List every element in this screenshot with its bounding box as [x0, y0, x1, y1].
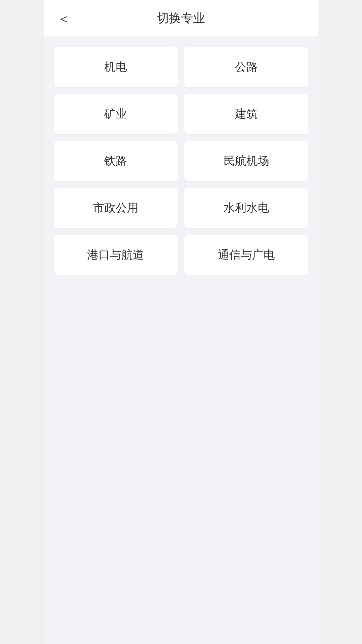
grid-item-shuili[interactable]: 水利水电 — [184, 188, 308, 228]
grid-item-label-shizhenggongyong: 市政公用 — [93, 200, 138, 216]
grid-item-kuangye[interactable]: 矿业 — [54, 94, 178, 134]
grid-item-gangkou[interactable]: 港口与航道 — [54, 235, 178, 275]
grid-item-label-gangkou: 港口与航道 — [87, 247, 144, 263]
grid-item-label-jidian: 机电 — [104, 59, 127, 75]
grid-item-label-jianzhu: 建筑 — [235, 106, 258, 122]
grid-item-minhang[interactable]: 民航机场 — [184, 141, 308, 181]
grid-item-jidian[interactable]: 机电 — [54, 47, 178, 87]
back-icon: ＜ — [57, 11, 70, 26]
grid-item-label-kuangye: 矿业 — [104, 106, 127, 122]
page-title: 切换专业 — [157, 10, 205, 26]
grid-item-jianzhu[interactable]: 建筑 — [184, 94, 308, 134]
back-button[interactable]: ＜ — [54, 8, 74, 29]
grid-item-label-tielu: 铁路 — [104, 153, 127, 169]
grid-item-tielu[interactable]: 铁路 — [54, 141, 178, 181]
grid-item-tongxin[interactable]: 通信与广电 — [184, 235, 308, 275]
grid-item-label-shuili: 水利水电 — [224, 200, 269, 216]
content-area: 机电公路矿业建筑铁路民航机场市政公用水利水电港口与航道通信与广电 — [44, 37, 318, 285]
grid-item-label-minhang: 民航机场 — [224, 153, 269, 169]
specialty-grid: 机电公路矿业建筑铁路民航机场市政公用水利水电港口与航道通信与广电 — [54, 47, 308, 275]
grid-item-gonglu[interactable]: 公路 — [184, 47, 308, 87]
grid-item-label-gonglu: 公路 — [235, 59, 258, 75]
phone-container: ＜ 切换专业 机电公路矿业建筑铁路民航机场市政公用水利水电港口与航道通信与广电 — [44, 0, 318, 644]
grid-item-label-tongxin: 通信与广电 — [218, 247, 275, 263]
header: ＜ 切换专业 — [44, 0, 318, 37]
grid-item-shizhenggongyong[interactable]: 市政公用 — [54, 188, 178, 228]
